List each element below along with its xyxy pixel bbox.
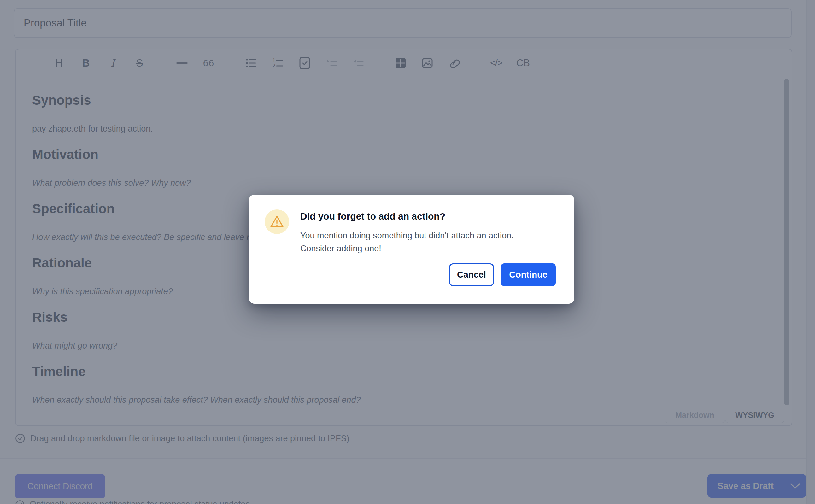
- forgot-action-dialog: Did you forget to add an action? You men…: [249, 195, 574, 304]
- proposal-editor-screen: H B I S 66 1: [0, 0, 815, 504]
- continue-button[interactable]: Continue: [501, 263, 556, 286]
- dialog-title: Did you forget to add an action?: [300, 211, 445, 222]
- dialog-message-line1: You mention doing something but didn't a…: [300, 229, 553, 242]
- dialog-message: You mention doing something but didn't a…: [300, 229, 553, 255]
- dialog-actions: Cancel Continue: [449, 263, 556, 286]
- warning-triangle-icon: [270, 215, 284, 228]
- dialog-message-line2: Consider adding one!: [300, 242, 553, 255]
- cancel-button[interactable]: Cancel: [449, 263, 494, 286]
- warning-icon-badge: [265, 209, 289, 234]
